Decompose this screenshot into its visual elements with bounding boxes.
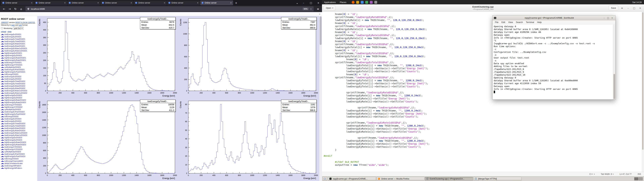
minimize-icon[interactable]: – <box>602 16 606 20</box>
browser-tab[interactable]: Online server× <box>68 0 100 5</box>
tree-item[interactable]: ▂▅▃totEnergyDSSD1 <box>1 73 36 76</box>
tree-item[interactable]: ▂▅▃lowEnergyExRateDSSD1 <box>1 42 36 45</box>
terminal-title-bar[interactable]: npg@carme-gsi:~/Programs/CARME_Sort/buil… <box>492 16 615 20</box>
tree-item[interactable]: ▂▅▃lowEnergyEyDSSD1 <box>1 36 36 38</box>
tree-item[interactable]: ▂▅▃lowEnergyXYDSSD2 <box>1 104 36 106</box>
places-menu[interactable]: Places <box>338 0 348 4</box>
language-selector[interactable]: C++ ▾ <box>589 173 595 175</box>
show-desktop-button[interactable] <box>323 177 327 181</box>
new-tab-button[interactable]: + <box>234 0 239 5</box>
terminal-menu-view[interactable]: View <box>507 20 514 24</box>
menu-icon[interactable]: ≡ <box>620 6 624 10</box>
tree-item[interactable]: ▂▅▃highEnergyEyRateDSSD2 <box>1 101 36 104</box>
terminal-menu-edit[interactable]: Edit <box>500 20 506 24</box>
launcher-icon-2[interactable] <box>356 1 359 4</box>
tree-item[interactable]: ▂▅▃lowEnergyExTotalDSSD3 <box>1 122 36 125</box>
tree-item[interactable]: ▂▅▃lowEnergyExRate1sDSSD2 <box>1 90 36 92</box>
taskbar-button[interactable]: EventClustering.cpp (~/Programs/CA... <box>425 177 473 181</box>
scrollbar-thumb[interactable] <box>614 74 615 99</box>
taskbar-button[interactable]: npg@carme-gsi:~/Programs/CARME... <box>328 177 376 181</box>
tree-item[interactable]: ▂▅▃lowEnergyEvPairDSSD3 <box>1 153 36 155</box>
tree-item[interactable]: ▂▅▃highEnergyXYDSSD2 <box>1 106 36 108</box>
tree-item[interactable]: ▂▅▃lowEnergyExTotalDSSD2 <box>1 80 36 82</box>
tree-item[interactable]: ▂▅▃lowEnergyExDSSD1 <box>1 33 36 36</box>
tree-item[interactable]: ▂▅▃lowEnergyEyRateDSSD2 <box>1 87 36 90</box>
scrollbar-thumb[interactable] <box>320 16 322 45</box>
close-icon[interactable]: × <box>638 6 642 10</box>
tree-item[interactable]: ▂▅▃highEnergyXYDSSD1 <box>1 64 36 66</box>
browser-tab[interactable]: Online server× <box>134 0 167 5</box>
tree-item[interactable]: ▂▅▃highEnergyExRateDSSD3 <box>1 141 36 144</box>
tree-item[interactable]: ▂▅▃lowEnergyEvPairDSSD2 <box>1 110 36 113</box>
clear-link[interactable]: clear <box>8 30 12 32</box>
tree-item[interactable]: ▂▅▃highEnergyExDSSD2 <box>1 94 36 96</box>
tree-item[interactable]: ▂▅▃lowEnergyExRate1sDSSD3 <box>1 132 36 134</box>
tree-item[interactable]: ▂▅▃lowEnergyExRateDSSD3 <box>1 127 36 130</box>
xml-link[interactable]: xml <box>19 24 22 26</box>
clock[interactable]: Sat 14:28 <box>630 1 644 4</box>
tree-item[interactable]: ▂▅▃lowEnergyEyDSSD3 <box>1 120 36 122</box>
tree-item[interactable]: ▂▅▃lowEnergyExRate1sDSSD1 <box>1 47 36 50</box>
maximize-icon[interactable]: □ <box>632 6 636 10</box>
tree-item[interactable]: ▂▅▃totEnergyDSSD2 <box>1 115 36 118</box>
editor-scrollbar[interactable] <box>642 12 644 172</box>
tab-close-icon[interactable]: × <box>64 2 66 4</box>
list-all-tabs-icon[interactable]: ⌄ <box>294 0 300 5</box>
terminal-scrollbar[interactable] <box>613 24 615 100</box>
tab-close-icon[interactable]: × <box>97 2 99 4</box>
launcher-icon-1[interactable] <box>352 1 354 4</box>
tree-item[interactable]: ▂▅▃lowEnergyExDSSD2 <box>1 76 36 78</box>
zoom-level-badge[interactable]: 90% <box>302 8 308 10</box>
page-scrollbar[interactable] <box>319 16 322 181</box>
terminal-menu-search[interactable]: Search <box>514 20 524 24</box>
launcher-icon-5[interactable] <box>370 1 373 4</box>
tree-item[interactable]: ▂▅▃lowEnergyEyTotalDSSD1 <box>1 40 36 42</box>
browser-tab[interactable]: Online server× <box>100 0 134 5</box>
maximize-icon[interactable]: □ <box>606 16 610 20</box>
launcher-icon-4[interactable] <box>365 1 368 4</box>
layout-select[interactable]: grid 2x2 ▾ <box>13 27 24 30</box>
stats-box[interactable]: lowEnergyEyTotalD...Entries1161Mean1078S… <box>281 100 317 112</box>
reload-icon[interactable]: ↻ <box>13 6 18 11</box>
tree-item[interactable]: ▂▅▃lowEnergyExRateDSSD2 <box>1 85 36 87</box>
tree-item[interactable]: ▂▅▃lowEnergyEyRate1sDSSD3 <box>1 134 36 136</box>
tab-close-icon[interactable]: × <box>197 2 198 4</box>
open-button[interactable]: Open ▾ <box>324 6 336 10</box>
tree-item[interactable]: ▂▅▃highEnergyExRateDSSD1 <box>1 57 36 59</box>
launcher-icon-6[interactable] <box>374 1 377 4</box>
tree-item[interactable]: ▂▅▃lowEnergyEyDSSD2 <box>1 78 36 80</box>
tab-close-icon[interactable]: × <box>230 2 232 4</box>
tree-item[interactable]: ▂▅▃highEnergyExDSSD3 <box>1 136 36 139</box>
tree-item[interactable]: ▂▅▃lowEnergyEyTotalDSSD3 <box>1 125 36 127</box>
histogram-panel[interactable]: 0200400600800100012001400160018002000020… <box>178 16 319 98</box>
tree-item[interactable]: ▂▅▃lowEnergyEyTotalDSSD2 <box>1 82 36 85</box>
tree-item[interactable]: ▂▅▃totEnergyDSSD3 <box>1 158 36 160</box>
home-icon[interactable]: ⌂ <box>18 6 24 11</box>
tree-item[interactable]: ▂▅▃xyMultiplicityDSSD1 <box>1 66 36 68</box>
bookmarks-overflow-icon[interactable]: » <box>319 13 320 15</box>
tree-item[interactable]: ▂▅▃highEnergyEyRateDSSD1 <box>1 59 36 61</box>
back-icon[interactable]: ← <box>1 6 7 11</box>
tree-item[interactable]: ▂▅▃xyMultiplicityDSSD3 <box>1 150 36 153</box>
minimize-icon[interactable]: – <box>300 0 307 6</box>
stats-box[interactable]: lowEnergyEyTotalD...Entries6678Mean842.5… <box>140 17 176 29</box>
workspace-2[interactable] <box>639 177 643 180</box>
forward-icon[interactable]: → <box>7 6 12 11</box>
stats-box[interactable]: lowEnergyEyTotalD...Entries7387Mean462.4… <box>281 17 317 29</box>
applications-menu[interactable]: Applications <box>322 0 338 4</box>
taskbar-button[interactable]: Online server — Mozilla Firefox <box>376 177 424 181</box>
tree-item[interactable]: ▂▅▃highEnergyEvPairDSSD3 <box>1 155 36 158</box>
tab-width-selector[interactable]: Tab Width: 8 ▾ <box>601 173 614 175</box>
browser-tab[interactable]: Online server× <box>34 0 67 5</box>
tree-item[interactable]: ▂▅▃deltaCorrelationScaler <box>1 162 36 164</box>
tab-close-icon[interactable]: × <box>130 2 132 4</box>
url-text[interactable]: localhost:8085 <box>31 8 45 10</box>
workspace-1[interactable] <box>634 177 638 180</box>
histogram-panel[interactable]: 0200400600800100012001400160018002000010… <box>178 98 319 181</box>
reload-link[interactable]: reload <box>1 30 6 32</box>
tree-item[interactable]: ▂▅▃highEnergyXYDSSD3 <box>1 148 36 150</box>
scrollbar-thumb[interactable] <box>642 12 644 150</box>
taskbar-button[interactable]: [Merge/Tape HTTPd] <box>474 177 522 181</box>
terminal-menu-terminal[interactable]: Terminal <box>524 20 536 24</box>
tree-item[interactable]: ▂▅▃highEnergyExRateDSSD2 <box>1 99 36 101</box>
